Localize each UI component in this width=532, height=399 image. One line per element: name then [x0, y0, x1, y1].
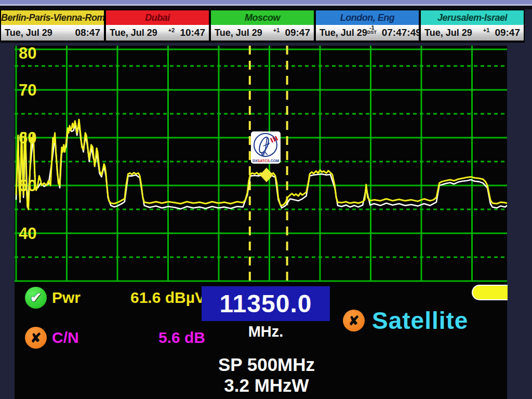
clock-time: 09:47	[285, 27, 310, 38]
spectrum-chart: 8070605040	[15, 46, 507, 283]
clock-panel-dubai: Dubai Tue, Jul 29 +2 10:47	[105, 9, 210, 43]
clock-panel-jerusalem: Jerusalem-Israel Tue, Jul 29 +1 09:47	[420, 9, 525, 43]
frequency-display[interactable]: 11350.0	[202, 286, 330, 321]
svg-text:50: 50	[19, 177, 36, 195]
top-strip	[0, 0, 532, 4]
clock-panel-moscow: Moscow Tue, Jul 29 +1 09:47	[210, 9, 315, 43]
dxsatcs-logo: DXSATCS.COM	[251, 131, 281, 164]
svg-text:70: 70	[19, 81, 36, 99]
logo-text: DXSATCS.COM	[251, 159, 281, 163]
clock-panel-berlin: Berlin-Paris-Vienna-Roma Tue, Jul 29 08:…	[0, 9, 105, 43]
svg-text:60: 60	[19, 129, 36, 147]
clock-city-label: Berlin-Paris-Vienna-Roma	[1, 10, 104, 25]
clock-time: 09:47	[495, 27, 520, 38]
clock-time: 10:47	[180, 27, 205, 38]
clock-city-label: Moscow	[211, 10, 314, 25]
clock-utc-offset: -1DST	[367, 25, 377, 35]
cn-value: 5.6 dB	[94, 329, 205, 347]
frequency-value: 11350.0	[220, 289, 312, 318]
pwr-label: Pwr	[52, 289, 81, 307]
svg-text:40: 40	[19, 224, 36, 243]
yellow-indicator-pill[interactable]	[472, 285, 508, 300]
cn-status-x-icon: ✘	[25, 327, 47, 349]
clock-time: 08:47	[75, 27, 100, 38]
clock-city-label: Jerusalem-Israel	[421, 10, 524, 25]
clock-utc-offset: +1	[273, 28, 280, 33]
bandwidth-label: 3.2 MHzW	[144, 375, 389, 396]
clock-time: 07:47:49	[382, 27, 421, 38]
clock-date: Tue, Jul 29	[424, 28, 472, 38]
pwr-value: 61.6 dBµV	[94, 289, 205, 307]
clock-date: Tue, Jul 29	[5, 28, 52, 38]
clock-city-label: London, Eng	[316, 10, 419, 25]
clock-date: Tue, Jul 29	[320, 28, 367, 38]
clock-date: Tue, Jul 29	[110, 28, 157, 38]
clock-date: Tue, Jul 29	[215, 28, 262, 38]
analyzer-screen: Berlin-Paris-Vienna-Roma Tue, Jul 29 08:…	[0, 0, 532, 399]
clock-bar-gap	[0, 6, 532, 9]
pwr-status-check-icon: ✔	[25, 287, 47, 309]
svg-text:80: 80	[19, 46, 36, 62]
clock-panel-london: London, Eng Tue, Jul 29 -1DST 07:47:49	[315, 9, 420, 43]
clock-city-label: Dubai	[106, 10, 209, 25]
span-label: SP 500MHz	[144, 354, 389, 375]
satellite-status-x-icon: ✘	[343, 310, 365, 331]
frequency-unit: MHz.	[202, 323, 330, 340]
clock-utc-offset: +2	[168, 28, 175, 33]
world-clock-bar: Berlin-Paris-Vienna-Roma Tue, Jul 29 08:…	[0, 9, 525, 43]
clock-utc-offset: +1	[483, 28, 490, 33]
satellite-label: Satellite	[372, 307, 468, 335]
cn-label: C/N	[52, 329, 79, 347]
